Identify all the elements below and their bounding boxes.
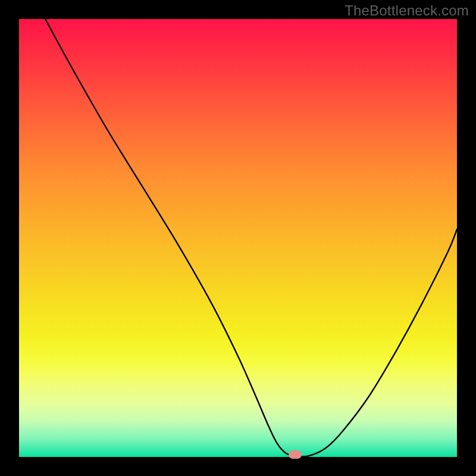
watermark-label: TheBottleneck.com [345,2,469,19]
chart-frame: TheBottleneck.com [0,0,476,476]
optimal-marker [289,450,302,459]
plot-area [19,19,457,457]
